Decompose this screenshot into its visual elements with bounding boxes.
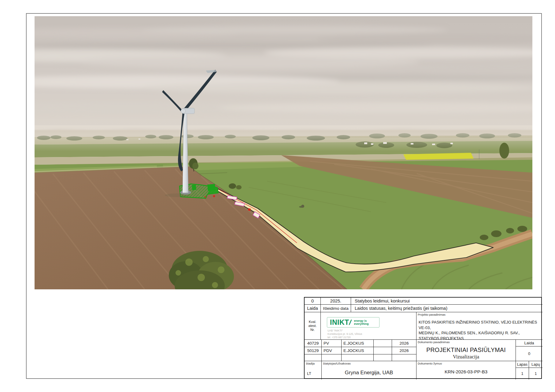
document-title: PROJEKTINIAI PASIŪLYMAI [416,346,516,354]
client-cell: Statytojas/Užsakovas Gryna Energija, UAB [322,361,416,379]
revision-header-laida: Laida [305,305,321,312]
client-label: Statytojas/Užsakovas [323,362,351,365]
stage-label: Stadija [306,362,315,365]
stage-value: LT [307,372,311,376]
document-title-cell: Dokumento pavadinimas PROJEKTINIAI PASIŪ… [416,340,516,361]
revision-header-status: Laidos statusas, keitimų priežastis (jei… [351,305,542,312]
sky [35,16,532,132]
project-name-label: Projekto pavadinimas [418,313,446,316]
logo-wordmark: INIKT/ [330,319,351,326]
qualification-label-2: Nr. [310,328,315,332]
client-value: Gryna Energija, UAB [322,370,416,376]
qualification-label-1: Kval. atest. [305,320,320,328]
stage-cell: Stadija LT [305,361,322,379]
revision-number-cell: 0 [305,298,321,305]
logo-company-phone: tel. +370 687 21720 [327,336,350,339]
signature-year-3 [392,354,416,361]
signature-name-3 [342,354,374,361]
company-logo-cell: INIKT/ energy is everything UAB "INIKTI"… [321,312,416,340]
hub [181,109,186,113]
inikti-logo: INIKT/ energy is everything [327,317,379,328]
revision-status-cell: Statybos leidimui, konkursui [351,298,542,305]
revision-date-cell: 2025. [321,298,351,305]
signature-cert-1: 40729 [305,340,322,347]
drawing-sheet: 0 2025. Statybos leidimui, konkursui Lai… [0,0,555,392]
project-name-text: KITOS PASKIRTIES INŽINERINIO STATINIO, V… [419,320,542,340]
logo-tagline: energy is everything [354,319,368,326]
signature-sign-3 [374,354,392,361]
logo-company-name: UAB "INIKTI" [327,329,343,332]
title-block: 0 2025. Statybos leidimui, konkursui Lai… [304,297,542,379]
tall-tree [499,143,509,159]
photo-scene [35,16,532,289]
revision-header-date: Išleidimo data [321,305,351,312]
signature-sign-1 [374,340,392,347]
lapu-value-cell: 1 [529,368,542,379]
signature-role-1: PV [322,340,342,347]
laida-header-cell: Laida [516,340,542,346]
document-subtitle: Vizualizacija [416,354,516,360]
signature-name-1: E.JOCKUS [342,340,374,347]
document-mark-value: KRN-2026-03-PP-B3 [416,369,516,374]
laida-value-cell: 0 [516,346,542,361]
visualization-photo [35,16,532,289]
signature-cert-2: 50129 [305,347,322,354]
signature-year-2: 2026 [392,347,416,354]
lapu-header-cell: Lapų [529,361,542,368]
document-mark-cell: Dokumento žymuo KRN-2026-03-PP-B3 [416,361,516,379]
project-name-cell: Projekto pavadinimas KITOS PASKIRTIES IN… [416,312,542,340]
signature-sign-2 [374,347,392,354]
document-title-label: Dokumento pavadinimas [418,340,450,344]
document-mark-label: Dokumento žymuo [418,362,442,365]
signature-role-2: PDV [322,347,342,354]
lapas-value-cell: 1 [516,368,529,379]
qualification-cell: Kval. atest. Nr. [305,312,321,340]
lapas-header-cell: Lapas [516,361,529,368]
signature-year-1: 2026 [392,340,416,347]
signature-role-3 [322,354,342,361]
signature-cert-3 [305,354,322,361]
hay-bale [301,205,304,208]
signature-name-2: E.JOCKUS [342,347,374,354]
logo-company-address: Konstitucijos pr. 9-125, Vilnius [327,332,362,335]
